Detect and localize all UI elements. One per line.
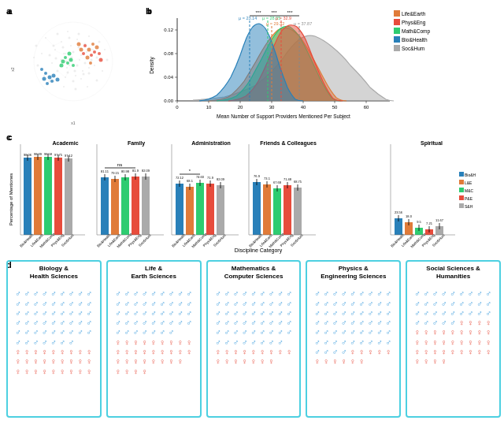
svg-text:♀: ♀	[368, 348, 374, 356]
svg-text:60: 60	[364, 105, 369, 110]
svg-text:♂: ♂	[150, 329, 157, 337]
svg-text:♂: ♂	[60, 289, 66, 298]
svg-text:♀: ♀	[50, 367, 57, 376]
svg-text:♂: ♂	[368, 299, 374, 308]
svg-text:♂: ♂	[242, 289, 248, 298]
svg-text:50: 50	[332, 105, 338, 110]
icon-panel-physics: Physics &Engineering Sciences ♂♂♂♂♂♂♂♂♂ …	[306, 260, 401, 418]
svg-text:♂: ♂	[42, 309, 48, 318]
svg-point-17	[62, 46, 65, 49]
svg-text:♂: ♂	[341, 299, 347, 308]
svg-text:Administration: Administration	[191, 140, 230, 146]
svg-text:μ = 23.14: μ = 23.14	[239, 16, 257, 20]
svg-text:30: 30	[269, 105, 275, 110]
svg-text:♂: ♂	[386, 309, 392, 318]
svg-text:♂: ♂	[359, 309, 365, 318]
svg-point-27	[55, 58, 57, 60]
svg-text:0.00: 0.00	[164, 99, 173, 103]
svg-point-78	[82, 52, 85, 55]
svg-text:♂: ♂	[441, 318, 447, 327]
svg-text:♂: ♂	[33, 309, 39, 318]
svg-text:73.1: 73.1	[264, 177, 271, 180]
svg-text:♂: ♂	[50, 309, 57, 318]
svg-text:♂: ♂	[115, 318, 121, 327]
svg-text:♂: ♂	[24, 309, 30, 318]
svg-text:♂: ♂	[169, 309, 175, 318]
svg-text:♂: ♂	[332, 338, 339, 347]
svg-text:♀: ♀	[177, 348, 183, 356]
svg-text:♂: ♂	[177, 289, 183, 298]
svg-text:♀: ♀	[69, 367, 75, 376]
svg-text:♂: ♂	[332, 309, 339, 318]
svg-text:♀: ♀	[133, 338, 139, 347]
svg-text:♀: ♀	[459, 318, 465, 327]
svg-text:98.06: 98.06	[24, 153, 32, 157]
svg-text:♂: ♂	[215, 309, 221, 318]
svg-point-53	[82, 70, 83, 72]
svg-text:♂: ♂	[142, 309, 148, 318]
svg-text:♀: ♀	[259, 348, 265, 356]
svg-text:76.9: 76.9	[254, 174, 261, 178]
svg-point-81	[95, 46, 99, 50]
svg-text:♂: ♂	[169, 299, 175, 308]
svg-text:♂: ♂	[450, 299, 456, 308]
svg-text:♂: ♂	[250, 318, 257, 327]
svg-text:♂: ♂	[324, 318, 330, 327]
svg-text:♀: ♀	[169, 338, 175, 347]
svg-text:♀: ♀	[115, 367, 121, 376]
svg-rect-164	[54, 158, 62, 235]
svg-text:♀: ♀	[15, 358, 21, 366]
svg-point-32	[33, 57, 35, 58]
svg-text:♂: ♂	[377, 299, 384, 308]
svg-point-41	[106, 59, 109, 61]
svg-text:♂: ♂	[77, 318, 83, 327]
svg-text:97.75: 97.75	[54, 153, 63, 157]
svg-text:♂: ♂	[15, 309, 21, 318]
svg-text:♂: ♂	[142, 318, 148, 327]
svg-text:71.48: 71.48	[284, 177, 292, 181]
svg-text:*: *	[189, 169, 191, 173]
svg-text:♀: ♀	[86, 348, 92, 356]
svg-rect-281	[459, 180, 464, 184]
svg-text:♂: ♂	[324, 299, 330, 308]
svg-text:♂: ♂	[69, 338, 75, 347]
svg-rect-184	[101, 177, 109, 235]
svg-text:μ = 29.32: μ = 29.32	[266, 21, 284, 26]
svg-text:♂: ♂	[50, 338, 57, 347]
svg-text:♂: ♂	[332, 329, 339, 337]
svg-point-24	[75, 75, 76, 76]
svg-text:♀: ♀	[177, 358, 183, 366]
svg-text:0.04: 0.04	[164, 75, 173, 80]
svg-text:♂: ♂	[377, 329, 384, 337]
svg-point-8	[94, 65, 95, 66]
svg-text:♀: ♀	[224, 348, 230, 356]
svg-text:♂: ♂	[33, 329, 39, 337]
svg-text:Bio&H: Bio&H	[465, 173, 476, 177]
svg-text:♀: ♀	[86, 358, 92, 366]
svg-text:♀: ♀	[476, 338, 483, 347]
svg-text:♂: ♂	[315, 348, 321, 356]
svg-text:♂: ♂	[169, 289, 175, 298]
svg-text:♂: ♂	[50, 299, 57, 308]
svg-text:♂: ♂	[341, 289, 347, 298]
svg-text:Percentage of Mentiones: Percentage of Mentiones	[9, 173, 13, 226]
svg-text:♂: ♂	[341, 318, 347, 327]
svg-point-96	[50, 80, 54, 83]
svg-text:♀: ♀	[386, 348, 392, 356]
svg-text:♀: ♀	[414, 329, 421, 337]
svg-text:♂: ♂	[15, 329, 21, 337]
svg-point-100	[46, 82, 49, 85]
svg-text:♂: ♂	[33, 318, 39, 327]
svg-text:♀: ♀	[476, 348, 483, 356]
svg-text:♂: ♂	[386, 299, 392, 308]
svg-text:♂: ♂	[324, 289, 330, 298]
svg-text:♀: ♀	[77, 348, 83, 356]
svg-text:♀: ♀	[459, 329, 465, 337]
svg-text:♂: ♂	[33, 289, 39, 298]
svg-text:♂: ♂	[386, 338, 392, 347]
svg-point-22	[88, 67, 90, 69]
svg-rect-162	[34, 157, 42, 235]
svg-text:♀: ♀	[459, 348, 465, 356]
svg-text:♀: ♀	[476, 318, 483, 327]
svg-text:7.21: 7.21	[426, 221, 433, 225]
